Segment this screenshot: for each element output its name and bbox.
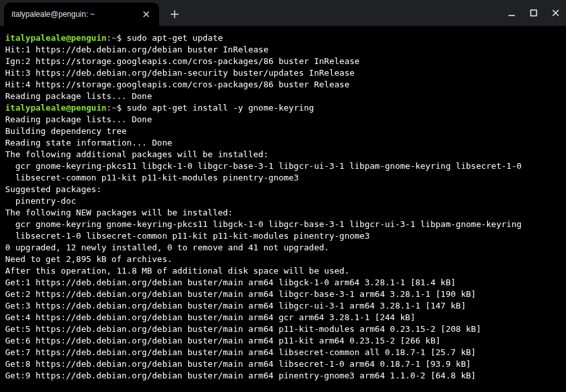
output-line: Hit:1 https://deb.debian.org/debian bust… [5,44,561,56]
output-line: Hit:4 https://storage.googleapis.com/cro… [5,79,561,91]
output-line: Get:8 https://deb.debian.org/debian bust… [5,358,561,370]
output-line: Get:9 https://deb.debian.org/debian bust… [5,370,561,382]
close-tab-button[interactable] [141,9,151,19]
output-line: Reading state information... Done [5,137,561,149]
close-icon [552,9,560,17]
output-line: 0 upgraded, 12 newly installed, 0 to rem… [5,242,561,254]
maximize-button[interactable] [528,8,539,18]
svg-rect-0 [531,10,537,16]
output-line: Get:6 https://deb.debian.org/debian bust… [5,335,561,347]
output-line: Get:4 https://deb.debian.org/debian bust… [5,312,561,323]
tab-title: italypaleale@penguin: ~ [12,10,141,19]
command-line: italypaleale@penguin:~$ sudo apt-get upd… [5,32,561,44]
close-icon [143,11,149,17]
close-window-button[interactable] [550,8,561,18]
terminal-tab[interactable]: italypaleale@penguin: ~ [4,3,159,26]
window-controls [506,0,561,26]
output-line: libsecret-common p11-kit p11-kit-modules… [5,172,561,184]
output-line: Get:3 https://deb.debian.org/debian bust… [5,300,561,312]
command-text: sudo apt-get update [127,33,223,43]
output-line: Building dependency tree [5,125,561,137]
output-line: gcr gnome-keyring gnome-keyring-pkcs11 l… [5,219,561,230]
new-tab-button[interactable] [166,5,184,23]
output-line: Get:5 https://deb.debian.org/debian bust… [5,323,561,335]
output-line: Get:2 https://deb.debian.org/debian bust… [5,289,561,300]
minimize-button[interactable] [506,8,517,18]
title-bar: italypaleale@penguin: ~ [0,0,566,26]
output-line: Get:1 https://deb.debian.org/debian bust… [5,277,561,289]
minimize-icon [508,9,516,17]
prompt-user-host: italypaleale@penguin [5,103,107,113]
output-line: Ign:2 https://storage.googleapis.com/cro… [5,56,561,67]
output-line: After this operation, 11.8 MB of additio… [5,265,561,277]
plus-icon [170,10,179,19]
output-line: Reading package lists... Done [5,91,561,102]
command-line: italypaleale@penguin:~$ sudo apt-get ins… [5,102,561,114]
output-line: Get:7 https://deb.debian.org/debian bust… [5,347,561,358]
command-text: sudo apt-get install -y gnome-keyring [127,103,314,113]
prompt-user-host: italypaleale@penguin [5,33,107,43]
maximize-icon [530,9,538,17]
output-line: Reading package lists... Done [5,114,561,125]
output-line: Suggested packages: [5,184,561,195]
output-line: The following additional packages will b… [5,149,561,160]
output-line: pinentry-doc [5,195,561,207]
output-line: gcr gnome-keyring-pkcs11 libgck-1-0 libg… [5,160,561,172]
output-line: libsecret-1-0 libsecret-common p11-kit p… [5,230,561,242]
output-line: Hit:3 https://deb.debian.org/debian-secu… [5,67,561,79]
output-line: The following NEW packages will be insta… [5,207,561,219]
terminal-output[interactable]: italypaleale@penguin:~$ sudo apt-get upd… [0,26,566,392]
output-line: Need to get 2,895 kB of archives. [5,254,561,265]
